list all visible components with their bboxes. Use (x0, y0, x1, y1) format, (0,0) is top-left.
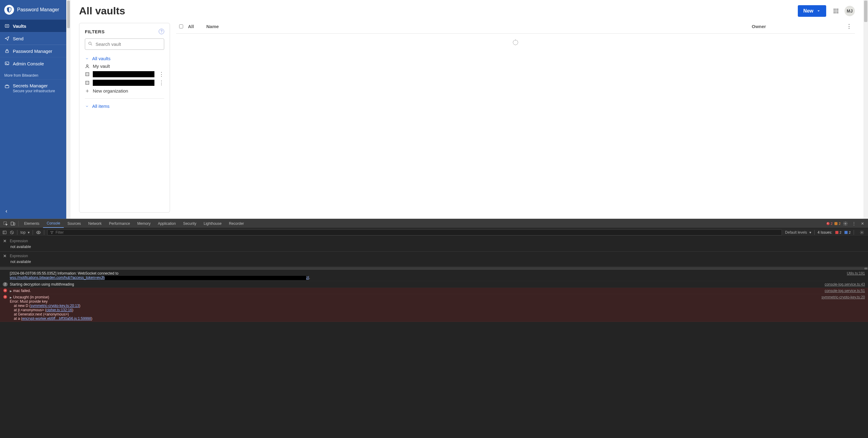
stack-link[interactable]: encrypt-worker.eb5ff…bff30a56.js:1:59998 (22, 316, 91, 321)
svg-rect-2 (5, 51, 8, 53)
watch-label: Expression (10, 239, 28, 243)
select-all-checkbox[interactable] (179, 24, 183, 28)
stack-link[interactable]: symmetric-crypto-key.ts:20:13 (31, 303, 79, 308)
kebab-menu-icon[interactable]: ⋮ (850, 220, 858, 227)
main-header: All vaults New MJ (70, 0, 863, 17)
sidebar-more-label: More from Bitwarden (0, 70, 66, 80)
log-message: ▶Uncaught (in promise) Error: Must provi… (10, 295, 819, 321)
filter-my-vault[interactable]: My vault (85, 62, 164, 70)
console-filter-input[interactable] (56, 230, 779, 235)
stack-link[interactable]: cipher.ts:132:16 (46, 308, 72, 312)
tab-memory[interactable]: Memory (134, 219, 154, 228)
live-expression-icon[interactable] (36, 230, 41, 235)
org-1-menu-icon[interactable]: ⋮ (159, 73, 164, 76)
watch-hscroll[interactable] (0, 267, 868, 270)
remove-watch-icon[interactable]: ✕ (3, 238, 7, 243)
console-icon (4, 61, 10, 66)
ws-url-tail-link[interactable]: zI (306, 275, 309, 280)
tab-elements[interactable]: Elements (21, 219, 43, 228)
filter-all-items[interactable]: All items (85, 102, 164, 110)
error-count-badge[interactable]: 2 (827, 222, 833, 226)
sidebar-item-password-manager[interactable]: Password Manager (0, 45, 66, 57)
device-icon[interactable] (9, 220, 17, 227)
close-icon[interactable]: ✕ (859, 220, 866, 227)
org-icon (85, 72, 90, 77)
console-settings-icon[interactable] (858, 229, 866, 236)
filter-all-vaults-label: All vaults (92, 56, 111, 61)
col-name: Name (206, 24, 752, 29)
tab-sources[interactable]: Sources (64, 219, 85, 228)
filter-all-items-label: All items (92, 104, 110, 109)
app-window: Password Manager Vaults Send Password Ma… (0, 0, 868, 219)
log-source-link[interactable]: Utils.ts:191 (847, 271, 865, 275)
page-scrollbar[interactable] (863, 0, 868, 219)
log-source-link[interactable]: console-log.service.ts:51 (825, 289, 865, 293)
warning-count-badge[interactable]: 2 (834, 222, 840, 226)
svg-rect-13 (837, 12, 838, 13)
context-selector[interactable]: top ▾ (21, 230, 30, 235)
inspect-icon[interactable] (2, 220, 9, 227)
sidebar-item-secrets-manager[interactable]: Secrets Manager Secure your infrastructu… (0, 80, 66, 96)
expand-icon[interactable]: ▶ (10, 290, 12, 293)
tab-lighthouse[interactable]: Lighthouse (200, 219, 225, 228)
sidebar-scrollbar[interactable] (66, 0, 70, 219)
filter-icon (50, 231, 54, 234)
sidebar-label-send: Send (13, 36, 24, 41)
svg-point-24 (38, 232, 39, 233)
avatar[interactable]: MJ (844, 6, 855, 16)
tab-security[interactable]: Security (180, 219, 200, 228)
log-levels-selector[interactable]: Default levels ▾ (785, 230, 811, 235)
log-decrypt: 2 Starting decryption using multithreadi… (0, 281, 868, 288)
log-message: [2024-08-03T06:05:55.035Z] Information: … (10, 271, 844, 280)
svg-rect-6 (835, 8, 836, 9)
help-icon[interactable]: ? (159, 29, 164, 34)
gear-icon[interactable] (842, 220, 849, 227)
sidebar-item-admin-console[interactable]: Admin Console (0, 57, 66, 70)
svg-rect-4 (5, 86, 9, 88)
tab-performance[interactable]: Performance (105, 219, 134, 228)
svg-rect-10 (837, 10, 838, 11)
table-menu-icon[interactable]: ⋮ (843, 23, 852, 30)
secrets-icon (4, 84, 10, 89)
log-source-link[interactable]: symmetric-crypto-key.ts:20 (822, 295, 865, 299)
tab-console[interactable]: Console (43, 219, 64, 228)
svg-point-14 (89, 42, 91, 44)
clear-console-icon[interactable] (10, 230, 14, 235)
brand: Password Manager (0, 0, 66, 20)
toolbar-divider (854, 230, 854, 235)
issues-red-badge[interactable]: 2 (835, 231, 841, 234)
apps-grid-icon[interactable] (832, 7, 840, 15)
issues-blue-badge[interactable]: 2 (844, 231, 850, 234)
svg-point-1 (7, 26, 8, 27)
sidebar-collapse-icon[interactable] (4, 209, 8, 214)
svg-rect-11 (834, 12, 835, 13)
tab-network[interactable]: Network (85, 219, 105, 228)
person-icon (85, 64, 90, 69)
error-icon: × (3, 289, 7, 292)
sidebar-item-vaults[interactable]: Vaults (0, 20, 66, 32)
search-input[interactable] (85, 38, 164, 50)
sidebar-item-send[interactable]: Send (0, 32, 66, 45)
log-source-link[interactable]: console-log.service.ts:43 (825, 282, 865, 287)
filter-org-2[interactable]: ⋮ (85, 79, 164, 87)
chevron-down-icon (816, 9, 821, 13)
remove-watch-icon[interactable]: ✕ (3, 254, 7, 258)
tab-application[interactable]: Application (154, 219, 180, 228)
col-all: All (188, 24, 206, 29)
log-info: [2024-08-03T06:05:55.035Z] Information: … (0, 270, 868, 281)
ws-url-link[interactable]: wss://notifications.bitwarden.com/hub?ac… (10, 275, 105, 280)
toolbar-divider (44, 230, 44, 235)
secrets-title: Secrets Manager (13, 83, 55, 88)
vault-icon (4, 23, 10, 29)
new-button[interactable]: New (798, 5, 826, 17)
main-content: All vaults New MJ FILTERS ? (70, 0, 863, 219)
content-area: FILTERS ? All vaults (70, 17, 863, 219)
filter-new-org[interactable]: New organization (85, 87, 164, 95)
filter-all-vaults[interactable]: All vaults (85, 55, 164, 62)
sidebar-toggle-icon[interactable] (2, 230, 7, 235)
expand-icon[interactable]: ▶ (10, 296, 12, 299)
filter-org-1[interactable]: ⋮ (85, 70, 164, 79)
svg-point-25 (861, 232, 863, 233)
tab-recorder[interactable]: Recorder (225, 219, 248, 228)
org-2-menu-icon[interactable]: ⋮ (159, 82, 164, 84)
